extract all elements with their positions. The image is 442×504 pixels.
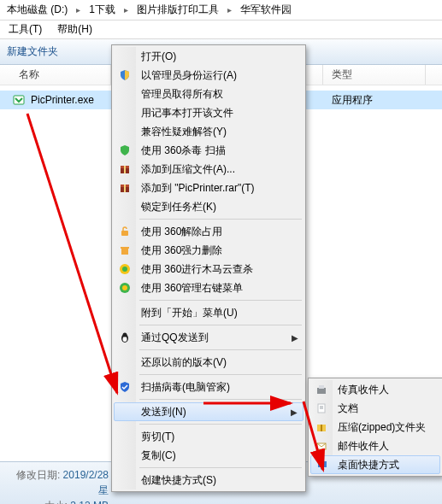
menu-help[interactable]: 帮助(H) [54, 21, 96, 38]
svg-rect-18 [319, 385, 324, 389]
menu-bar: 工具(T) 帮助(H) [0, 21, 442, 39]
menu-item-label: 文档 [338, 401, 358, 416]
menu-item[interactable]: 通过QQ发送到▶ [114, 328, 304, 347]
av-green-icon [118, 144, 132, 157]
menu-item[interactable]: 创建快捷方式(S) [114, 471, 304, 489]
menu-item[interactable]: 邮件收件人 [310, 437, 440, 455]
size-label: 大小: [44, 500, 68, 504]
menu-separator [139, 325, 302, 325]
svg-rect-7 [121, 231, 128, 236]
menu-item[interactable]: 桌面快捷方式 [310, 455, 440, 474]
shield-blue-icon [118, 380, 132, 394]
menu-item-label: 复制(C) [141, 448, 176, 463]
menu-item[interactable]: 使用 360强力删除 [114, 241, 304, 260]
breadcrumb[interactable]: 本地磁盘 (D:) ▸ 1下载 ▸ 图片排版打印工具 ▸ 华军软件园 [0, 0, 442, 21]
svg-rect-25 [318, 461, 327, 467]
app-icon [12, 93, 26, 107]
svg-rect-8 [121, 249, 128, 255]
svg-rect-17 [317, 388, 326, 394]
menu-item[interactable]: 使用 360杀毒 扫描 [114, 141, 304, 160]
unlock-icon [118, 225, 132, 238]
breadcrumb-seg[interactable]: 1下载 [85, 1, 119, 19]
menu-separator [139, 467, 302, 468]
shield-icon [118, 68, 132, 82]
menu-item-label: 以管理员身份运行(A) [141, 68, 237, 83]
mod-date-value: 2019/2/28 星 [63, 469, 109, 496]
menu-item-label: 使用 360管理右键菜单 [141, 281, 243, 296]
menu-item-label: 创建快捷方式(S) [141, 473, 216, 488]
menu-item[interactable]: 打开(O) [114, 47, 304, 66]
menu-item-label: 传真收件人 [338, 383, 389, 397]
menu-item[interactable]: 剪切(T) [114, 427, 304, 446]
col-header-name[interactable]: 名称 [0, 65, 111, 85]
menu-item[interactable]: 扫描病毒(电脑管家) [114, 378, 304, 396]
svg-rect-6 [124, 185, 126, 192]
archive-icon [118, 181, 132, 195]
menu-item-label: 通过QQ发送到 [141, 331, 209, 345]
new-folder-button[interactable]: 新建文件夹 [7, 44, 58, 59]
menu-item[interactable]: 锁定到任务栏(K) [114, 197, 304, 216]
menu-item[interactable]: 使用 360进行木马云查杀 [114, 260, 304, 278]
menu-item[interactable]: 传真收件人 [310, 380, 440, 399]
svg-point-13 [122, 285, 127, 290]
menu-separator [139, 374, 302, 375]
svg-point-15 [123, 337, 127, 342]
menu-item[interactable]: 附到「开始」菜单(U) [114, 303, 304, 322]
breadcrumb-seg[interactable]: 华军软件园 [237, 1, 295, 19]
menu-item-label: 锁定到任务栏(K) [141, 200, 216, 214]
menu-separator [139, 300, 302, 301]
breadcrumb-seg[interactable]: 本地磁盘 (D:) [3, 1, 71, 19]
svg-rect-23 [321, 425, 322, 431]
menu-item[interactable]: 兼容性疑难解答(Y) [114, 122, 304, 141]
menu-tools[interactable]: 工具(T) [5, 21, 45, 38]
chevron-right-icon: ▸ [121, 3, 132, 16]
menu-item-label: 使用 360强力删除 [141, 243, 222, 258]
menu-item-label: 还原以前的版本(V) [141, 355, 227, 370]
menu-item[interactable]: 管理员取得所有权 [114, 85, 304, 103]
menu-item-label: 压缩(zipped)文件夹 [338, 420, 426, 435]
menu-item-label: 使用 360杀毒 扫描 [141, 144, 226, 158]
menu-separator [139, 219, 302, 220]
menu-item[interactable]: 使用 360解除占用 [114, 222, 304, 241]
menu-item[interactable]: 以管理员身份运行(A) [114, 66, 304, 85]
menu-item-label: 使用 360解除占用 [141, 225, 222, 239]
menu-item-label: 打开(O) [141, 50, 176, 64]
fax-icon [315, 383, 328, 396]
submenu-arrow-icon: ▶ [291, 407, 298, 417]
menu-item[interactable]: 添加到压缩文件(A)... [114, 160, 304, 179]
chevron-right-icon: ▸ [224, 3, 235, 16]
menu-separator [139, 399, 302, 400]
menu-item[interactable]: 使用 360管理右键菜单 [114, 278, 304, 297]
svg-rect-9 [121, 247, 129, 249]
menu-item-label: 管理员取得所有权 [141, 87, 223, 102]
menu-item[interactable]: 用记事本打开该文件 [114, 103, 304, 122]
mod-date-label: 修改日期: [16, 469, 60, 481]
svg-rect-26 [321, 468, 324, 470]
file-type: 应用程序 [323, 93, 373, 108]
menu-item[interactable]: 发送到(N)▶ [114, 402, 304, 421]
archive-icon [118, 162, 132, 176]
menu-item-label: 桌面快捷方式 [338, 458, 399, 472]
doc-icon [315, 401, 328, 415]
send-to-submenu: 传真收件人文档压缩(zipped)文件夹邮件收件人桌面快捷方式 [308, 378, 442, 477]
menu-item-label: 添加到 "PicPrinter.rar"(T) [141, 181, 255, 196]
size-value: 3.12 MB [70, 500, 109, 504]
file-name: PicPrinter.exe [31, 94, 111, 106]
context-menu: 打开(O)以管理员身份运行(A)管理员取得所有权用记事本打开该文件兼容性疑难解答… [111, 44, 306, 492]
menu-item-label: 附到「开始」菜单(U) [141, 306, 238, 320]
menu-item[interactable]: 还原以前的版本(V) [114, 353, 304, 372]
delete-icon [118, 243, 132, 257]
svg-point-16 [123, 333, 127, 337]
menu-item[interactable]: 文档 [310, 399, 440, 418]
menu-item[interactable]: 复制(C) [114, 446, 304, 465]
menu-item-label: 使用 360进行木马云查杀 [141, 262, 253, 277]
breadcrumb-seg[interactable]: 图片排版打印工具 [133, 1, 222, 19]
desktop-icon [315, 458, 329, 472]
menu-item[interactable]: 压缩(zipped)文件夹 [310, 418, 440, 437]
submenu-arrow-icon: ▶ [292, 333, 298, 343]
menu-item[interactable]: 添加到 "PicPrinter.rar"(T) [114, 179, 304, 197]
zip-icon [315, 420, 328, 434]
col-header-type[interactable]: 类型 [323, 65, 426, 85]
menu-item-label: 用记事本打开该文件 [141, 106, 233, 120]
ball-y-icon [118, 262, 132, 276]
